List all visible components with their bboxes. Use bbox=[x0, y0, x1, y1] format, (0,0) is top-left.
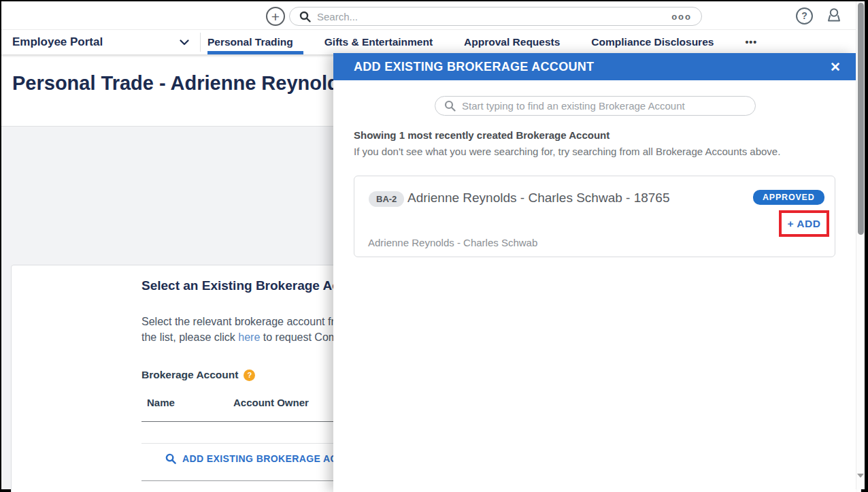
result-title: Adrienne Reynolds - Charles Schwab - 187… bbox=[407, 191, 670, 206]
tab-gifts-entertainment[interactable]: Gifts & Entertainment bbox=[324, 36, 433, 48]
search-icon bbox=[299, 11, 311, 22]
intro-line-1: Select the relevant brokerage account fr… bbox=[141, 316, 350, 328]
tabs-more-icon[interactable]: ••• bbox=[745, 37, 757, 48]
brokerage-account-field-label-row: Brokerage Account ? bbox=[141, 369, 255, 381]
active-tab-indicator bbox=[207, 51, 303, 54]
add-brokerage-panel: ADD EXISTING BROKERAGE ACCOUNT ✕ Showing… bbox=[333, 53, 856, 492]
scrollbar-down-arrow-icon[interactable] bbox=[857, 474, 864, 478]
scrollbar-thumb[interactable] bbox=[858, 3, 864, 235]
portal-nav-bar: Employee Portal Personal Trading Gifts &… bbox=[1, 30, 865, 54]
create-new-button[interactable]: + bbox=[266, 7, 285, 26]
results-summary: Showing 1 most recently created Brokerag… bbox=[354, 129, 610, 141]
user-profile-button[interactable] bbox=[824, 7, 844, 26]
close-button[interactable]: ✕ bbox=[830, 61, 841, 73]
column-header-name: Name bbox=[147, 397, 175, 408]
panel-title: ADD EXISTING BROKERAGE ACCOUNT bbox=[354, 60, 830, 74]
results-hint: If you don't see what you were searching… bbox=[354, 146, 780, 157]
field-help-icon[interactable]: ? bbox=[244, 370, 255, 381]
search-icon bbox=[444, 100, 456, 112]
help-button[interactable]: ? bbox=[796, 7, 813, 24]
nav-divider bbox=[200, 33, 201, 52]
add-button[interactable]: + ADD bbox=[788, 218, 821, 230]
brokerage-account-result-card: BA-2 Adrienne Reynolds - Charles Schwab … bbox=[354, 176, 835, 257]
request-compliance-link[interactable]: here bbox=[238, 331, 260, 343]
search-options-icon[interactable]: ooo bbox=[671, 12, 692, 22]
add-button-highlight-annotation: + ADD bbox=[779, 210, 829, 237]
tab-personal-trading[interactable]: Personal Trading bbox=[207, 36, 293, 48]
plus-icon: + bbox=[271, 9, 280, 24]
close-icon: ✕ bbox=[830, 60, 841, 74]
global-search-bar[interactable]: ooo bbox=[289, 7, 702, 26]
app-window: + ooo ? Employee Portal bbox=[0, 0, 868, 492]
top-utility-bar: + ooo ? bbox=[1, 1, 865, 30]
question-icon: ? bbox=[801, 10, 807, 21]
result-subtitle: Adrienne Reynolds - Charles Schwab bbox=[368, 237, 537, 248]
page-scrollbar[interactable] bbox=[856, 1, 865, 489]
tab-approval-requests[interactable]: Approval Requests bbox=[464, 36, 560, 48]
panel-search-bar[interactable] bbox=[435, 96, 756, 116]
panel-search-input[interactable] bbox=[462, 100, 746, 112]
record-id-badge: BA-2 bbox=[369, 191, 404, 207]
chevron-down-icon bbox=[180, 39, 189, 46]
portal-selector-label: Employee Portal bbox=[12, 35, 103, 49]
search-icon bbox=[165, 453, 176, 464]
page-title: Personal Trade - Adrienne Reynolds bbox=[12, 72, 350, 95]
intro-line-2-prefix: the list, please click bbox=[141, 331, 238, 343]
column-header-account-owner: Account Owner bbox=[233, 397, 309, 408]
user-icon bbox=[825, 7, 843, 24]
tab-compliance-disclosures[interactable]: Compliance Disclosures bbox=[591, 36, 714, 48]
panel-header: ADD EXISTING BROKERAGE ACCOUNT ✕ bbox=[333, 53, 856, 80]
status-badge: APPROVED bbox=[753, 190, 824, 205]
brokerage-account-label: Brokerage Account bbox=[141, 369, 238, 381]
global-search-input[interactable] bbox=[317, 11, 671, 22]
portal-selector[interactable]: Employee Portal bbox=[12, 30, 196, 54]
